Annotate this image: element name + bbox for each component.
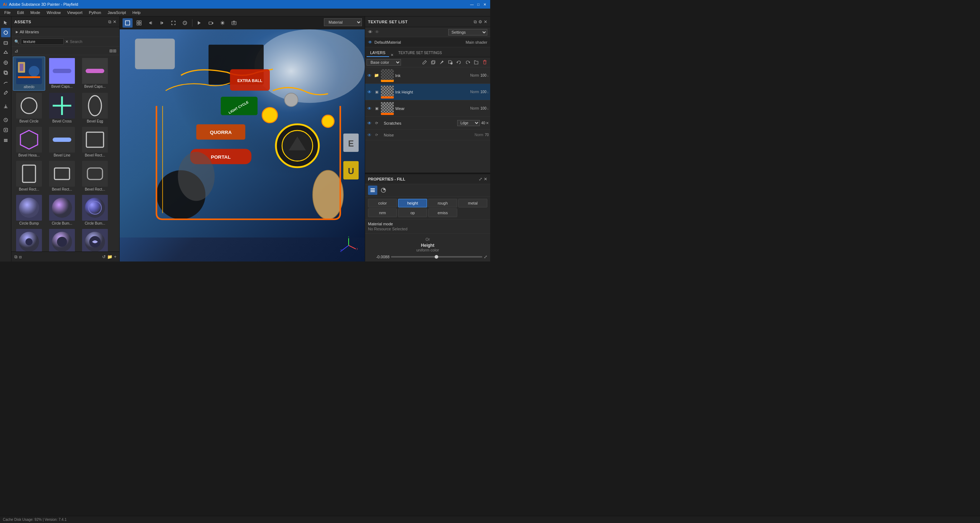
- list-item[interactable]: Bevel Eqg: [79, 91, 111, 125]
- rotate-button[interactable]: ↺: [102, 254, 106, 259]
- viewport-canvas[interactable]: EXTRA BALL LIGHT CYCLE QUORRA PORTAL: [120, 29, 365, 262]
- layer-visibility-toggle[interactable]: 👁: [367, 120, 372, 126]
- tool-paint[interactable]: [1, 28, 10, 37]
- list-item[interactable]: Bevel Cross: [46, 91, 78, 125]
- tab-layers[interactable]: LAYERS: [367, 49, 389, 57]
- clear-search-button[interactable]: ✕: [65, 40, 68, 44]
- tool-layers-2d[interactable]: [1, 135, 10, 145]
- menu-edit[interactable]: Edit: [14, 10, 27, 15]
- generator-icon[interactable]: ⟳: [374, 132, 379, 138]
- layers-tab-close[interactable]: ✕: [389, 53, 395, 57]
- tool-smudge[interactable]: [1, 78, 10, 87]
- tool-eyedropper[interactable]: [1, 88, 10, 97]
- channel-emiss-button[interactable]: emiss: [428, 208, 457, 217]
- list-item[interactable]: Bevel Caps...: [79, 57, 111, 91]
- channel-metal-button[interactable]: metal: [458, 199, 487, 207]
- fill-layer-button[interactable]: [447, 59, 454, 66]
- import-button[interactable]: ⧉: [14, 254, 18, 259]
- list-item[interactable]: Bevel Circle: [13, 91, 45, 125]
- list-item[interactable]: Bevel Rect...: [79, 159, 111, 193]
- tab-texture-set-settings[interactable]: TEXTURE SET SETTINGS: [395, 49, 446, 57]
- list-item[interactable]: Bevel Rect...: [79, 126, 111, 159]
- layer-type-icon[interactable]: ▣: [374, 106, 379, 111]
- tool-clone[interactable]: [1, 68, 10, 77]
- tool-render[interactable]: [1, 126, 10, 135]
- list-item[interactable]: Circle Butt...: [46, 227, 78, 251]
- list-item[interactable]: Circle Bum...: [46, 194, 78, 227]
- menu-python[interactable]: Python: [86, 10, 104, 15]
- close-button[interactable]: ✕: [482, 2, 487, 7]
- tool-projection[interactable]: [1, 48, 10, 57]
- tool-bake[interactable]: [1, 115, 10, 125]
- list-item[interactable]: Bevel Caps...: [46, 57, 78, 91]
- tool-select[interactable]: [1, 18, 10, 27]
- camera-button[interactable]: [206, 18, 216, 28]
- blend-mode-select[interactable]: Base color Normal Multiply Screen: [367, 59, 401, 65]
- list-item[interactable]: Circle Bum...: [79, 194, 111, 227]
- duplicate-layer-button[interactable]: [429, 59, 437, 66]
- tsl-show-eye-button[interactable]: 👁: [368, 29, 373, 35]
- tool-erase[interactable]: [1, 38, 10, 47]
- add-folder-layer-button[interactable]: [472, 59, 480, 66]
- properties-close-button[interactable]: ✕: [484, 176, 487, 181]
- material-mode-select[interactable]: Material Base Color Roughness Metallic N…: [324, 18, 362, 26]
- remove-layer-button[interactable]: ✕: [486, 121, 489, 125]
- list-item[interactable]: Circle Bum...: [13, 227, 45, 251]
- search-input[interactable]: [21, 38, 64, 45]
- table-row[interactable]: 👁 ⟳ Scratches Ldge Norm 40 ✕: [365, 117, 490, 130]
- viewport[interactable]: Material Base Color Roughness Metallic N…: [120, 16, 365, 262]
- list-item[interactable]: albedo: [13, 57, 45, 91]
- tsl-settings-icon[interactable]: ⚙: [478, 19, 482, 24]
- view-next-button[interactable]: [157, 18, 167, 28]
- blend-select[interactable]: Ldge Norm: [457, 120, 480, 126]
- all-libraries-item[interactable]: ▶ All libraries: [14, 29, 116, 35]
- layer-visibility-toggle[interactable]: 👁: [367, 132, 372, 138]
- layer-visibility-toggle[interactable]: 👁: [367, 73, 372, 78]
- menu-viewport[interactable]: Viewport: [64, 10, 85, 15]
- slider-thumb[interactable]: [434, 255, 438, 259]
- height-expand-button[interactable]: ⤢: [484, 254, 487, 259]
- properties-expand-button[interactable]: ⤢: [479, 176, 482, 181]
- channel-height-button[interactable]: height: [398, 199, 427, 207]
- render-preview-button[interactable]: [194, 18, 205, 28]
- grid-view-icon[interactable]: ⊞⊞: [109, 48, 116, 53]
- menu-help[interactable]: Help: [130, 10, 144, 15]
- table-row[interactable]: 👁 📁 Ink Norm 100 ↓: [365, 67, 490, 84]
- tool-import[interactable]: [1, 102, 10, 111]
- undo-layer-button[interactable]: [455, 59, 463, 66]
- export-button[interactable]: ⧈: [19, 254, 22, 259]
- properties-color-swatch-button[interactable]: [379, 186, 388, 195]
- edit-layer-button[interactable]: [421, 59, 428, 66]
- maximize-button[interactable]: □: [476, 2, 481, 7]
- filter-icon[interactable]: ⊿: [14, 48, 18, 53]
- menu-javascript[interactable]: JavaScript: [105, 10, 129, 15]
- view-single-button[interactable]: [123, 18, 132, 28]
- properties-list-view-button[interactable]: [368, 186, 377, 195]
- view-history-button[interactable]: [180, 18, 190, 28]
- folder-icon[interactable]: 📁: [374, 73, 379, 78]
- channel-rough-button[interactable]: rough: [428, 199, 457, 207]
- assets-close-button[interactable]: ✕: [113, 19, 116, 24]
- redo-layer-button[interactable]: [464, 59, 471, 66]
- menu-window[interactable]: Window: [44, 10, 64, 15]
- tsl-close-button[interactable]: ✕: [484, 19, 487, 24]
- add-asset-button[interactable]: +: [114, 254, 116, 259]
- view-quad-button[interactable]: [134, 18, 144, 28]
- layer-type-icon[interactable]: ▣: [374, 89, 379, 95]
- brush-layer-button[interactable]: [438, 59, 446, 66]
- assets-tree[interactable]: ▶ All libraries: [11, 27, 119, 37]
- table-row[interactable]: 👁 ▣ Ink Height Norm 100 ↓: [365, 84, 490, 100]
- channel-color-button[interactable]: color: [368, 199, 397, 207]
- list-item[interactable]: Bevel Hexa...: [13, 126, 45, 159]
- tsl-hide-eye-button[interactable]: 👁: [375, 29, 379, 35]
- height-slider[interactable]: [391, 256, 482, 258]
- tsl-collapse-button[interactable]: ⧉: [474, 19, 477, 24]
- add-folder-button[interactable]: 📁: [107, 254, 113, 259]
- layer-visibility-toggle[interactable]: 👁: [367, 106, 372, 111]
- lighting-button[interactable]: [218, 18, 228, 28]
- default-material-row[interactable]: 👁 DefaultMaterial Main shader: [365, 37, 490, 47]
- menu-file[interactable]: File: [2, 10, 14, 15]
- tsl-settings-dropdown[interactable]: Settings UV Tiles Shader Settings: [448, 29, 487, 35]
- list-item[interactable]: Bevel Rect...: [13, 159, 45, 193]
- generator-icon[interactable]: ⟳: [374, 120, 379, 126]
